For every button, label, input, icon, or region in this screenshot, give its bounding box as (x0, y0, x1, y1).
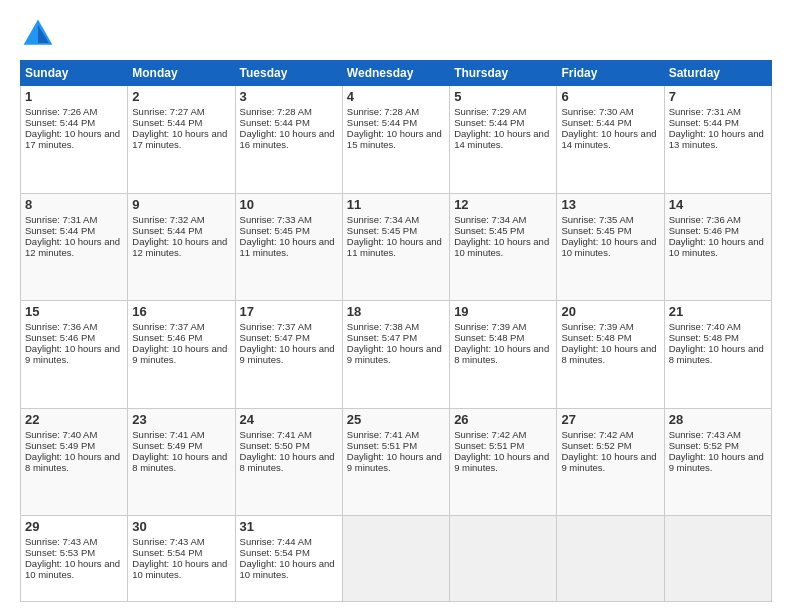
day-number: 15 (25, 304, 123, 319)
daylight: Daylight: 10 hours and 9 minutes. (669, 451, 764, 473)
daylight: Daylight: 10 hours and 10 minutes. (454, 236, 549, 258)
sunrise: Sunrise: 7:41 AM (347, 429, 419, 440)
daylight: Daylight: 10 hours and 8 minutes. (669, 343, 764, 365)
daylight: Daylight: 10 hours and 8 minutes. (132, 451, 227, 473)
daylight: Daylight: 10 hours and 14 minutes. (561, 128, 656, 150)
daylight: Daylight: 10 hours and 11 minutes. (240, 236, 335, 258)
sunset: Sunset: 5:48 PM (561, 332, 631, 343)
calendar-cell: 19 Sunrise: 7:39 AM Sunset: 5:48 PM Dayl… (450, 301, 557, 409)
calendar-cell (342, 516, 449, 602)
day-number: 1 (25, 89, 123, 104)
page: SundayMondayTuesdayWednesdayThursdayFrid… (0, 0, 792, 612)
day-number: 25 (347, 412, 445, 427)
header (20, 16, 772, 52)
daylight: Daylight: 10 hours and 10 minutes. (669, 236, 764, 258)
calendar-cell: 27 Sunrise: 7:42 AM Sunset: 5:52 PM Dayl… (557, 408, 664, 516)
sunrise: Sunrise: 7:40 AM (25, 429, 97, 440)
day-number: 24 (240, 412, 338, 427)
calendar-cell: 18 Sunrise: 7:38 AM Sunset: 5:47 PM Dayl… (342, 301, 449, 409)
week-row-1: 1 Sunrise: 7:26 AM Sunset: 5:44 PM Dayli… (21, 86, 772, 194)
day-number: 23 (132, 412, 230, 427)
sunrise: Sunrise: 7:42 AM (561, 429, 633, 440)
sunset: Sunset: 5:52 PM (669, 440, 739, 451)
sunrise: Sunrise: 7:28 AM (347, 106, 419, 117)
calendar-cell: 13 Sunrise: 7:35 AM Sunset: 5:45 PM Dayl… (557, 193, 664, 301)
calendar-cell (450, 516, 557, 602)
daylight: Daylight: 10 hours and 17 minutes. (132, 128, 227, 150)
calendar-cell: 29 Sunrise: 7:43 AM Sunset: 5:53 PM Dayl… (21, 516, 128, 602)
week-row-4: 22 Sunrise: 7:40 AM Sunset: 5:49 PM Dayl… (21, 408, 772, 516)
sunset: Sunset: 5:48 PM (669, 332, 739, 343)
sunset: Sunset: 5:44 PM (454, 117, 524, 128)
day-number: 8 (25, 197, 123, 212)
logo (20, 16, 60, 52)
calendar-cell: 3 Sunrise: 7:28 AM Sunset: 5:44 PM Dayli… (235, 86, 342, 194)
sunrise: Sunrise: 7:42 AM (454, 429, 526, 440)
week-row-5: 29 Sunrise: 7:43 AM Sunset: 5:53 PM Dayl… (21, 516, 772, 602)
sunrise: Sunrise: 7:36 AM (669, 214, 741, 225)
sunrise: Sunrise: 7:44 AM (240, 536, 312, 547)
daylight: Daylight: 10 hours and 13 minutes. (669, 128, 764, 150)
daylight: Daylight: 10 hours and 17 minutes. (25, 128, 120, 150)
sunset: Sunset: 5:50 PM (240, 440, 310, 451)
day-number: 3 (240, 89, 338, 104)
sunset: Sunset: 5:44 PM (561, 117, 631, 128)
daylight: Daylight: 10 hours and 8 minutes. (454, 343, 549, 365)
daylight: Daylight: 10 hours and 8 minutes. (25, 451, 120, 473)
day-number: 22 (25, 412, 123, 427)
daylight: Daylight: 10 hours and 16 minutes. (240, 128, 335, 150)
calendar-cell (664, 516, 771, 602)
sunset: Sunset: 5:52 PM (561, 440, 631, 451)
sunset: Sunset: 5:46 PM (25, 332, 95, 343)
calendar-cell: 11 Sunrise: 7:34 AM Sunset: 5:45 PM Dayl… (342, 193, 449, 301)
day-number: 12 (454, 197, 552, 212)
calendar-cell: 7 Sunrise: 7:31 AM Sunset: 5:44 PM Dayli… (664, 86, 771, 194)
calendar-cell: 5 Sunrise: 7:29 AM Sunset: 5:44 PM Dayli… (450, 86, 557, 194)
day-number: 4 (347, 89, 445, 104)
weekday-saturday: Saturday (664, 61, 771, 86)
day-number: 19 (454, 304, 552, 319)
daylight: Daylight: 10 hours and 9 minutes. (561, 451, 656, 473)
day-number: 17 (240, 304, 338, 319)
calendar-cell: 12 Sunrise: 7:34 AM Sunset: 5:45 PM Dayl… (450, 193, 557, 301)
daylight: Daylight: 10 hours and 8 minutes. (240, 451, 335, 473)
sunset: Sunset: 5:44 PM (25, 225, 95, 236)
day-number: 10 (240, 197, 338, 212)
weekday-thursday: Thursday (450, 61, 557, 86)
sunset: Sunset: 5:44 PM (347, 117, 417, 128)
logo-icon (20, 16, 56, 52)
daylight: Daylight: 10 hours and 15 minutes. (347, 128, 442, 150)
week-row-2: 8 Sunrise: 7:31 AM Sunset: 5:44 PM Dayli… (21, 193, 772, 301)
calendar-cell: 4 Sunrise: 7:28 AM Sunset: 5:44 PM Dayli… (342, 86, 449, 194)
sunset: Sunset: 5:48 PM (454, 332, 524, 343)
day-number: 20 (561, 304, 659, 319)
sunrise: Sunrise: 7:38 AM (347, 321, 419, 332)
sunrise: Sunrise: 7:27 AM (132, 106, 204, 117)
calendar-cell: 8 Sunrise: 7:31 AM Sunset: 5:44 PM Dayli… (21, 193, 128, 301)
calendar-cell: 21 Sunrise: 7:40 AM Sunset: 5:48 PM Dayl… (664, 301, 771, 409)
sunset: Sunset: 5:49 PM (25, 440, 95, 451)
sunrise: Sunrise: 7:34 AM (454, 214, 526, 225)
week-row-3: 15 Sunrise: 7:36 AM Sunset: 5:46 PM Dayl… (21, 301, 772, 409)
sunrise: Sunrise: 7:34 AM (347, 214, 419, 225)
sunrise: Sunrise: 7:41 AM (240, 429, 312, 440)
sunrise: Sunrise: 7:33 AM (240, 214, 312, 225)
day-number: 6 (561, 89, 659, 104)
day-number: 13 (561, 197, 659, 212)
weekday-monday: Monday (128, 61, 235, 86)
daylight: Daylight: 10 hours and 11 minutes. (347, 236, 442, 258)
daylight: Daylight: 10 hours and 10 minutes. (25, 558, 120, 580)
weekday-tuesday: Tuesday (235, 61, 342, 86)
sunset: Sunset: 5:51 PM (454, 440, 524, 451)
sunrise: Sunrise: 7:31 AM (669, 106, 741, 117)
sunrise: Sunrise: 7:31 AM (25, 214, 97, 225)
day-number: 2 (132, 89, 230, 104)
calendar-cell: 25 Sunrise: 7:41 AM Sunset: 5:51 PM Dayl… (342, 408, 449, 516)
day-number: 27 (561, 412, 659, 427)
calendar-cell: 20 Sunrise: 7:39 AM Sunset: 5:48 PM Dayl… (557, 301, 664, 409)
daylight: Daylight: 10 hours and 9 minutes. (240, 343, 335, 365)
sunrise: Sunrise: 7:40 AM (669, 321, 741, 332)
sunrise: Sunrise: 7:37 AM (132, 321, 204, 332)
sunset: Sunset: 5:44 PM (132, 225, 202, 236)
sunset: Sunset: 5:53 PM (25, 547, 95, 558)
